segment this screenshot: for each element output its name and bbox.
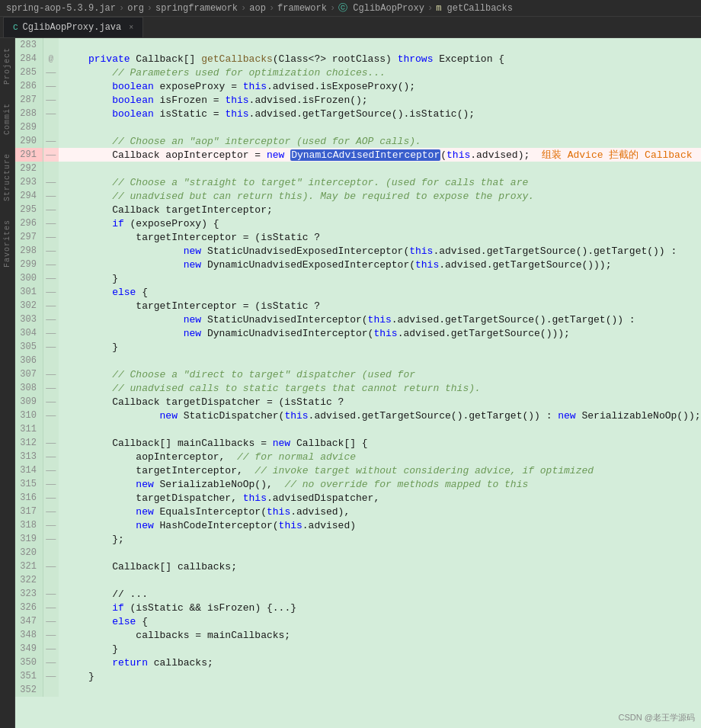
line-number: 323 xyxy=(15,587,43,601)
line-number: 316 xyxy=(15,491,43,505)
diff-marker: —— xyxy=(43,326,58,340)
code-line: Callback[] mainCallbacks = new Callback[… xyxy=(59,436,701,450)
table-row: 300 —— } xyxy=(15,271,701,285)
code-line xyxy=(59,422,701,436)
table-row: 303 —— new StaticUnadvisedInterceptor(th… xyxy=(15,313,701,326)
tab-class-icon: C xyxy=(13,23,18,32)
diff-marker: —— xyxy=(43,148,58,162)
diff-marker xyxy=(43,162,58,175)
table-row: 283 xyxy=(15,38,701,52)
table-row: 311 xyxy=(15,422,701,436)
code-line: if (exposeProxy) { xyxy=(59,216,701,230)
path-aop: aop xyxy=(249,3,266,14)
table-row: 302 —— targetInterceptor = (isStatic ? xyxy=(15,299,701,313)
sep2: › xyxy=(147,3,152,14)
line-number: 298 xyxy=(15,244,43,258)
line-number: 321 xyxy=(15,560,43,573)
table-row: 295 —— Callback targetInterceptor; xyxy=(15,203,701,216)
table-row: 349 —— } xyxy=(15,642,701,656)
jar-name: spring-aop-5.3.9.jar xyxy=(6,3,116,14)
line-number: 289 xyxy=(15,120,43,134)
diff-marker: —— xyxy=(43,463,58,477)
table-row: 350 —— return callbacks; xyxy=(15,656,701,669)
diff-marker xyxy=(43,38,58,52)
code-line: } xyxy=(59,642,701,656)
diff-marker: —— xyxy=(43,477,58,491)
table-row: 294 —— // unadvised but can return this)… xyxy=(15,189,701,203)
line-number: 291 xyxy=(15,148,43,162)
diff-marker: —— xyxy=(43,203,58,216)
table-row: 314 —— targetInterceptor, // invoke targ… xyxy=(15,463,701,477)
table-row: 305 —— } xyxy=(15,340,701,354)
table-row: 284 @ private Callback[] getCallbacks(Cl… xyxy=(15,52,701,66)
table-row: 298 —— new StaticUnadvisedExposedInterce… xyxy=(15,244,701,258)
tab-close-button[interactable]: × xyxy=(129,24,133,32)
code-line: return callbacks; xyxy=(59,656,701,669)
diff-marker: —— xyxy=(43,532,58,546)
code-line xyxy=(59,683,701,697)
sidebar-left: Project Commit Structure Favorites xyxy=(0,38,15,728)
table-row: 301 —— else { xyxy=(15,285,701,299)
line-number: 315 xyxy=(15,477,43,491)
code-line: targetInterceptor = (isStatic ? xyxy=(59,299,701,313)
table-row: 310 —— new StaticDispatcher(this.advised… xyxy=(15,409,701,422)
code-table: 283 284 @ private Callback[] getCallback… xyxy=(15,38,701,697)
line-number: 283 xyxy=(15,38,43,52)
table-row: 308 —— // unadvised calls to static targ… xyxy=(15,381,701,395)
table-row: 322 xyxy=(15,573,701,587)
code-line: new SerializableNoOp(), // no override f… xyxy=(59,477,701,491)
diff-marker: @ xyxy=(43,52,58,66)
code-line: } xyxy=(59,669,701,683)
sidebar-item-structure[interactable]: Structure xyxy=(3,150,11,204)
diff-marker: —— xyxy=(43,656,58,669)
line-number: 326 xyxy=(15,601,43,614)
diff-marker: —— xyxy=(43,367,58,381)
table-row: 292 xyxy=(15,162,701,175)
path-class: ⓒ CglibAopProxy xyxy=(338,2,424,14)
table-row: 316 —— targetDispatcher, this.advisedDis… xyxy=(15,491,701,505)
line-number: 318 xyxy=(15,518,43,532)
code-line: private Callback[] getCallbacks(Class<?>… xyxy=(59,52,701,66)
sidebar-item-project[interactable]: Project xyxy=(3,44,11,88)
code-container[interactable]: 283 284 @ private Callback[] getCallback… xyxy=(15,38,701,728)
diff-marker: —— xyxy=(43,230,58,244)
diff-marker: —— xyxy=(43,299,58,313)
diff-marker xyxy=(43,422,58,436)
diff-marker: —— xyxy=(43,175,58,189)
line-number: 311 xyxy=(15,422,43,436)
code-line: } xyxy=(59,271,701,285)
table-row: 351 —— } xyxy=(15,669,701,683)
sidebar-item-commit[interactable]: Commit xyxy=(3,100,11,138)
code-line: Callback[] callbacks; xyxy=(59,560,701,573)
line-number: 305 xyxy=(15,340,43,354)
line-number: 308 xyxy=(15,381,43,395)
diff-marker: —— xyxy=(43,134,58,148)
line-number: 322 xyxy=(15,573,43,587)
diff-marker: —— xyxy=(43,244,58,258)
code-line xyxy=(59,120,701,134)
table-row: 306 xyxy=(15,354,701,367)
diff-marker: —— xyxy=(43,450,58,463)
diff-marker: —— xyxy=(43,285,58,299)
code-line: new EqualsInterceptor(this.advised), xyxy=(59,505,701,518)
code-line: // Choose a "straight to target" interce… xyxy=(59,175,701,189)
table-row: 352 xyxy=(15,683,701,697)
diff-marker xyxy=(43,683,58,697)
line-number: 352 xyxy=(15,683,43,697)
line-number: 304 xyxy=(15,326,43,340)
code-line: callbacks = mainCallbacks; xyxy=(59,628,701,642)
diff-marker: —— xyxy=(43,79,58,93)
line-number: 306 xyxy=(15,354,43,367)
code-line: // Parameters used for optimization choi… xyxy=(59,66,701,79)
table-row: 323 —— // ... xyxy=(15,587,701,601)
table-row: 320 xyxy=(15,546,701,560)
diff-marker: —— xyxy=(43,614,58,628)
code-line: else { xyxy=(59,614,701,628)
line-number: 296 xyxy=(15,216,43,230)
table-row: 297 —— targetInterceptor = (isStatic ? xyxy=(15,230,701,244)
diff-marker: —— xyxy=(43,189,58,203)
sidebar-item-favorites[interactable]: Favorites xyxy=(3,216,11,271)
tab-cglib[interactable]: C CglibAopProxy.java × xyxy=(3,17,143,37)
code-line: // unadvised calls to static targets tha… xyxy=(59,381,701,395)
code-line: targetDispatcher, this.advisedDispatcher… xyxy=(59,491,701,505)
